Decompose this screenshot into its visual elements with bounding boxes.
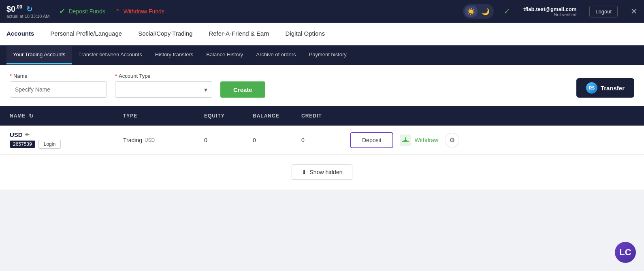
user-email: tflab.test@gmail.com [523, 6, 576, 12]
account-type-field-group: *Account Type ▾ [115, 73, 212, 98]
transfer-icon: R$ [586, 82, 597, 94]
account-settings-button[interactable]: ⚙ [445, 133, 459, 147]
nav-item-digital[interactable]: Digital Options [286, 23, 325, 45]
main-nav: Accounts Personal Profile/Language Socia… [0, 23, 644, 45]
table-row: USD ✏ 2657539 Login Trading USD 0 0 0 De… [0, 126, 644, 155]
withdraw-action[interactable]: Withdraw [400, 134, 438, 146]
equity-cell: 0 [204, 137, 253, 143]
tab-transfer-between-accounts[interactable]: Transfer between Accounts [72, 46, 149, 64]
refresh-table-icon[interactable]: ↻ [29, 113, 34, 119]
create-button[interactable]: Create [220, 81, 265, 98]
nav-item-accounts[interactable]: Accounts [6, 23, 34, 45]
credit-cell: 0 [301, 137, 350, 143]
th-name: NAME ↻ [10, 113, 123, 119]
account-type-select[interactable] [115, 81, 212, 98]
tab-archive-orders[interactable]: Archive of orders [249, 46, 302, 64]
account-type-select-wrapper: ▾ [115, 81, 212, 98]
show-hidden-button[interactable]: ⬇ Show hidden [292, 164, 353, 180]
account-type-label: *Account Type [115, 73, 212, 79]
name-required-marker: * [10, 73, 12, 79]
create-account-form: *Name *Account Type ▾ Create R$ Transfer [0, 65, 644, 106]
name-field-group: *Name [10, 73, 107, 98]
account-type-cell: Trading USD [123, 137, 204, 143]
name-input[interactable] [10, 81, 107, 98]
light-theme-button[interactable]: ☀️ [465, 6, 478, 17]
account-name-cell: USD ✏ 2657539 Login [10, 131, 123, 149]
account-type-required-marker: * [115, 73, 117, 79]
deposit-button[interactable]: Deposit [350, 132, 393, 148]
name-label: *Name [10, 73, 107, 79]
deposit-check-icon: ✔ [59, 7, 65, 16]
deposit-funds-button[interactable]: ✔ Deposit Funds [59, 7, 105, 16]
transfer-button[interactable]: R$ Transfer [576, 78, 634, 98]
bottom-area [0, 190, 644, 238]
withdraw-icon [400, 134, 411, 146]
user-status: Not verified [554, 12, 577, 17]
edit-account-icon[interactable]: ✏ [25, 132, 30, 138]
nav-item-social[interactable]: Social/Copy Trading [138, 23, 192, 45]
logout-button[interactable]: Logout [589, 6, 618, 17]
balance-cell: 0 [253, 137, 301, 143]
tab-balance-history[interactable]: Balance History [200, 46, 249, 64]
account-currency: USD ✏ [10, 131, 123, 138]
user-info: tflab.test@gmail.com Not verified [523, 6, 576, 17]
tab-payment-history[interactable]: Payment history [303, 46, 353, 64]
nav-item-refer[interactable]: Refer-A-Friend & Earn [209, 23, 269, 45]
refresh-balance-icon[interactable]: ↻ [26, 5, 32, 13]
moon-icon: 🌙 [482, 8, 490, 15]
sun-icon: ☀️ [467, 8, 475, 15]
th-type: TYPE [123, 113, 204, 119]
login-button[interactable]: Login [38, 140, 61, 149]
table-header: NAME ↻ TYPE EQUITY BALANCE CREDIT [0, 106, 644, 126]
balance-time: actual at 10:33:10 AM [6, 14, 49, 19]
th-equity: EQUITY [204, 113, 253, 119]
nav-item-profile[interactable]: Personal Profile/Language [50, 23, 122, 45]
close-icon[interactable]: ✕ [631, 6, 638, 16]
verified-icon: ✓ [503, 6, 510, 16]
balance-amount: $0.00 ↻ [6, 4, 49, 14]
tab-your-trading-accounts[interactable]: Your Trading Accounts [6, 46, 72, 64]
actions-cell: Deposit Withdraw ⚙ [350, 132, 634, 148]
account-id-badge: 2657539 [10, 141, 35, 148]
withdraw-funds-button[interactable]: ⌃ Withdraw Funds [115, 8, 164, 15]
show-hidden-row: ⬇ Show hidden [0, 155, 644, 190]
account-tabs: Your Trading Accounts Transfer between A… [0, 45, 644, 65]
dark-theme-button[interactable]: 🌙 [479, 6, 492, 17]
download-icon: ⬇ [302, 169, 307, 175]
th-balance: BALANCE [253, 113, 301, 119]
th-credit: CREDIT [301, 113, 350, 119]
balance-display: $0.00 ↻ actual at 10:33:10 AM [6, 4, 49, 19]
theme-toggle[interactable]: ☀️ 🌙 [463, 4, 494, 19]
topbar: $0.00 ↻ actual at 10:33:10 AM ✔ Deposit … [0, 0, 644, 23]
tab-history-transfers[interactable]: History transfers [149, 46, 200, 64]
gear-icon: ⚙ [449, 136, 455, 144]
withdraw-arrow-icon: ⌃ [115, 8, 120, 15]
